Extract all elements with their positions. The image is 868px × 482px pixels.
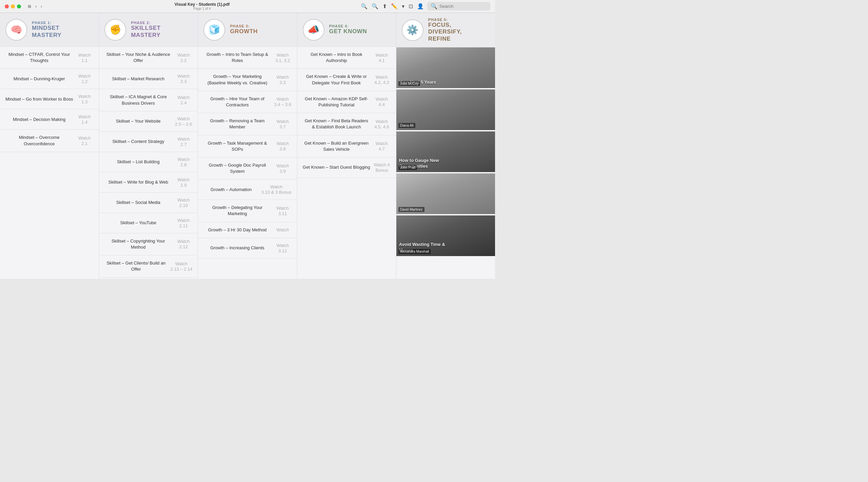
search-bar[interactable]: 🔍 [427, 2, 490, 11]
item-title: Growth – Intro to Team Setup & Roles [203, 51, 271, 64]
phase-3-icon: 🧊 [203, 19, 225, 41]
watch-button[interactable]: Watch 2.2 [175, 53, 192, 63]
sidebar-toggle[interactable]: ⊞ [26, 3, 33, 9]
watch-label: Watch [376, 97, 388, 102]
watch-label: Watch [276, 97, 289, 102]
list-item: Growth – Task Management & SOPs Watch 3.… [198, 135, 297, 158]
watch-number: 2.1 [81, 141, 87, 146]
item-title: Get Known – Create & Write or Delegate Y… [303, 74, 370, 86]
watch-number: 3.8 [280, 146, 286, 151]
watch-button[interactable]: Watch 2.5 – 2.6 [175, 116, 192, 127]
phase-5-header: ⚙️ PHASE 5: FOCUS,DIVERSIFY,REFINE [396, 13, 495, 47]
crop-icon[interactable]: ⊡ [409, 3, 413, 9]
phase-2-column: ✊ PHASE 2: SKILLSETMASTERY Skillset – Yo… [99, 13, 198, 279]
watch-button[interactable]: Watch 4.4 [373, 97, 391, 107]
zoom-in-icon[interactable]: 🔍 [361, 3, 368, 9]
list-item: Skillset – Write for Blog & Web Watch 2.… [99, 172, 198, 193]
search-input[interactable] [439, 4, 487, 9]
watch-number: 1.3 [81, 99, 87, 104]
fullscreen-button[interactable] [17, 4, 21, 8]
page-nav-back[interactable]: ‹ [34, 3, 38, 9]
watch-button[interactable]: Watch 4.1 [373, 53, 391, 63]
phase-1-header: 🧠 PHASE 1: MINDSETMASTERY [0, 13, 99, 47]
watch-button[interactable]: Watch 2.11 [175, 218, 192, 228]
list-item: Growth – Automation Watch 3.10 & 3 Bonus [198, 180, 297, 200]
list-item: Skillset – ICA Magnet & Core Business Dr… [99, 89, 198, 111]
watch-button[interactable]: Watch 4.7 [373, 141, 391, 151]
watch-button[interactable]: Watch 3.3 [274, 75, 292, 85]
annotate-icon[interactable]: ✏️ [391, 3, 398, 9]
watch-button[interactable]: Watch 2.1 [76, 135, 93, 146]
video-frame: Diana Alt [396, 89, 495, 130]
phase-1-column: 🧠 PHASE 1: MINDSETMASTERY Mindset – CTFA… [0, 13, 99, 279]
list-item: Skillset – Your Niche & Audience Offer W… [99, 47, 198, 69]
list-item: Skillset – YouTube Watch 2.11 [99, 213, 198, 233]
watch-button[interactable]: Watch 2.8 [175, 157, 192, 167]
minimize-button[interactable] [11, 4, 15, 8]
watch-button[interactable]: Watch 3.9 [274, 163, 292, 174]
watch-button[interactable]: Watch 1.2 [76, 74, 93, 84]
watch-button[interactable]: Watch 4 Bonus [373, 162, 391, 173]
watch-label: Watch [78, 53, 91, 58]
video-card[interactable]: How to Gauge New Opportunities John Prat… [396, 131, 495, 172]
item-title: Growth – Automation [203, 187, 258, 193]
list-item: Skillset – Copyrighting Your Method Watc… [99, 233, 198, 255]
list-item: Skillset – Taxes/LLC Watch 2 Bonus [99, 278, 198, 279]
watch-number: 3.4 – 3.6 [274, 102, 291, 107]
video-card[interactable]: Avoid Wasting Time & Money Alexandra Mar… [396, 215, 495, 256]
watch-button[interactable]: Watch 3.4 – 3.6 [274, 97, 292, 107]
item-title: Get Known – Start Guest Blogging [303, 164, 370, 170]
watch-number: 1.2 [81, 79, 87, 84]
watch-button[interactable]: Watch 4.5, 4.6 [373, 119, 391, 129]
watch-label: Watch [270, 184, 282, 189]
watch-button[interactable]: Watch 4.2, 4.3 [373, 75, 391, 85]
watch-button[interactable]: Watch 1.3 [76, 94, 93, 104]
item-title: Skillset – Content Strategy [104, 139, 172, 145]
share-icon[interactable]: ⬆ [382, 3, 387, 9]
watch-button[interactable]: Watch 2.12 [175, 239, 192, 249]
watch-label: Watch [276, 227, 289, 232]
item-title: Skillset – ICA Magnet & Core Business Dr… [104, 94, 172, 106]
video-card[interactable]: David Martinez [396, 173, 495, 214]
watch-button[interactable]: Watch 3.1, 3.2 [274, 53, 292, 63]
watch-label: Watch [78, 74, 91, 79]
user-icon[interactable]: 👤 [417, 3, 424, 9]
markup-icon[interactable]: ▾ [402, 3, 405, 9]
watch-label: Watch [276, 119, 289, 124]
watch-button[interactable]: Watch 3.12 [274, 243, 292, 253]
watch-label: Watch [177, 218, 190, 223]
watch-number: 4.7 [379, 146, 385, 151]
page-nav-forward[interactable]: › [39, 3, 43, 9]
watch-number: 4.1 [379, 58, 385, 63]
top-bar-right: 🔍 🔍 ⬆ ✏️ ▾ ⊡ 👤 🔍 [361, 2, 490, 11]
watch-button[interactable]: Watch 2.7 [175, 137, 192, 147]
watch-button[interactable]: Watch 2.3 [175, 74, 192, 84]
watch-button[interactable]: Watch 3.11 [274, 206, 292, 216]
video-card[interactable]: Diana Alt [396, 89, 495, 130]
video-frame: David Martinez [396, 173, 495, 214]
item-title: Growth – Google Doc Payroll System [203, 162, 271, 174]
watch-button[interactable]: Watch 1.1 [76, 53, 93, 63]
watch-button[interactable]: Watch 3.7 [274, 119, 292, 129]
list-item: Growth – Intro to Team Setup & Roles Wat… [198, 47, 297, 69]
item-title: Growth – Hire Your Team of Contractors [203, 96, 271, 108]
watch-button[interactable]: Watch 1.4 [76, 114, 93, 125]
list-item: Skillset – Content Strategy Watch 2.7 [99, 132, 198, 152]
video-card[interactable]: Your Next 5 Years Julia McCoy [396, 47, 495, 88]
watch-button[interactable]: Watch 2.10 [175, 197, 192, 208]
item-title: Skillset – YouTube [104, 220, 172, 226]
watch-number: 1.4 [81, 120, 87, 125]
watch-button[interactable]: Watch 2.4 [175, 95, 192, 105]
item-title: Get Known – Amazon KDP Self-Publishing T… [303, 96, 370, 108]
close-button[interactable] [5, 4, 9, 8]
zoom-out-icon[interactable]: 🔍 [372, 3, 378, 9]
toolbar-icons: 🔍 🔍 ⬆ ✏️ ▾ ⊡ 👤 [361, 3, 424, 9]
watch-button[interactable]: Watch 2.13 – 2.14 [170, 261, 192, 272]
watch-button[interactable]: Watch 2.9 [175, 177, 192, 188]
watch-button[interactable]: Watch 3.8 [274, 141, 292, 151]
phase-1-title: PHASE 1: MINDSETMASTERY [32, 21, 61, 39]
watch-button[interactable]: Watch [274, 227, 292, 233]
watch-label: Watch [376, 141, 388, 146]
watch-button[interactable]: Watch 3.10 & 3 Bonus [261, 184, 292, 195]
item-title: Growth – 3 Hr 30 Day Method [203, 227, 271, 233]
